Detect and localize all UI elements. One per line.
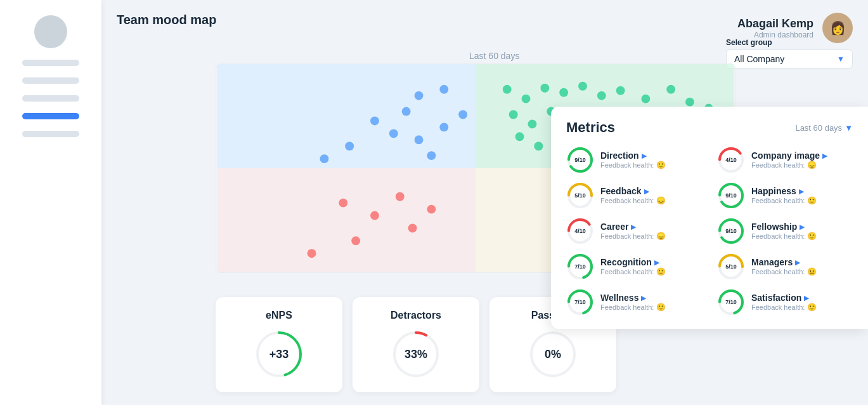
svg-point-14 xyxy=(427,151,436,160)
svg-point-6 xyxy=(402,107,411,116)
feedback-smiley: 😞 xyxy=(807,161,817,169)
svg-point-36 xyxy=(534,142,543,150)
metric-name-company image: Company image ▶ xyxy=(751,150,827,161)
metric-item-managers[interactable]: 5/10 Managers ▶ Feedback health: 😐 xyxy=(717,253,853,281)
metric-info-recognition: Recognition ▶ Feedback health: 🙂 xyxy=(600,257,666,276)
arrow-icon: ▶ xyxy=(631,223,636,230)
stat-detractors-value: 33% xyxy=(405,348,427,361)
chevron-down-icon: ▼ xyxy=(837,55,845,63)
metric-gauge-wellness: 7/10 xyxy=(566,288,594,316)
metric-gauge-feedback: 5/10 xyxy=(566,182,594,209)
metric-score-career: 4/10 xyxy=(574,228,586,234)
svg-point-7 xyxy=(370,116,379,125)
arrow-icon: ▶ xyxy=(641,295,646,302)
feedback-smiley: 🙂 xyxy=(656,161,666,169)
svg-point-43 xyxy=(308,249,316,258)
metric-name-direction: Direction ▶ xyxy=(600,150,666,161)
stat-enps-chart: +33 xyxy=(254,329,304,380)
metric-score-wellness: 7/10 xyxy=(574,299,586,305)
group-select-dropdown[interactable]: All Company ▼ xyxy=(726,50,853,69)
svg-point-21 xyxy=(616,86,625,95)
stat-detractors-chart: 33% xyxy=(391,329,441,380)
metric-feedback-career: Feedback health: 😞 xyxy=(600,232,666,241)
svg-point-4 xyxy=(415,91,424,100)
metric-item-recognition[interactable]: 7/10 Recognition ▶ Feedback health: 🙂 xyxy=(566,253,702,281)
metrics-date: Last 60 days ▼ xyxy=(795,123,853,133)
arrow-icon: ▶ xyxy=(795,259,800,266)
user-name: Abagail Kemp xyxy=(737,17,813,30)
metric-item-wellness[interactable]: 7/10 Wellness ▶ Feedback health: 🙂 xyxy=(566,288,702,316)
svg-point-45 xyxy=(408,223,417,232)
metric-item-satisfaction[interactable]: 7/10 Satisfaction ▶ Feedback health: 🙂 xyxy=(717,288,853,316)
svg-point-15 xyxy=(503,85,512,94)
metric-name-managers: Managers ▶ xyxy=(751,257,817,267)
sidebar-item-1[interactable] xyxy=(22,60,79,66)
arrow-icon: ▶ xyxy=(822,152,827,159)
feedback-smiley: 😞 xyxy=(656,196,666,205)
svg-point-46 xyxy=(427,205,436,214)
svg-point-16 xyxy=(522,95,531,103)
metric-item-feedback[interactable]: 5/10 Feedback ▶ Feedback health: 😞 xyxy=(566,182,702,209)
metric-name-recognition: Recognition ▶ xyxy=(600,257,666,267)
svg-point-25 xyxy=(509,110,518,119)
metric-gauge-career: 4/10 xyxy=(566,217,594,245)
arrow-icon: ▶ xyxy=(644,188,649,195)
metric-feedback-recognition: Feedback health: 🙂 xyxy=(600,267,666,276)
stat-passives-chart: 0% xyxy=(528,329,578,380)
metrics-grid: 9/10 Direction ▶ Feedback health: 🙂 4/10… xyxy=(566,146,853,316)
metric-score-direction: 9/10 xyxy=(574,157,586,163)
feedback-smiley: 😐 xyxy=(807,267,817,276)
feedback-smiley: 🙂 xyxy=(656,303,666,312)
metric-item-fellowship[interactable]: 9/10 Fellowship ▶ Feedback health: 🙂 xyxy=(717,217,853,245)
arrow-icon: ▶ xyxy=(642,152,647,159)
sidebar-item-3[interactable] xyxy=(22,95,79,102)
sidebar-item-5[interactable] xyxy=(22,131,79,137)
stat-passives-value: 0% xyxy=(545,348,561,361)
metric-gauge-managers: 5/10 xyxy=(717,253,745,281)
stat-enps-title: eNPS xyxy=(266,310,292,321)
group-select-wrapper: Select group All Company ▼ xyxy=(726,38,853,69)
sidebar-item-2[interactable] xyxy=(22,77,79,84)
page-title: Team mood map xyxy=(117,13,216,27)
svg-point-18 xyxy=(559,88,568,97)
metric-item-career[interactable]: 4/10 Career ▶ Feedback health: 😞 xyxy=(566,217,702,245)
svg-point-41 xyxy=(370,211,379,220)
svg-point-17 xyxy=(540,84,549,93)
arrow-icon: ▶ xyxy=(804,295,809,302)
metric-info-managers: Managers ▶ Feedback health: 😐 xyxy=(751,257,817,276)
feedback-smiley: 🙂 xyxy=(807,232,817,241)
user-info: Abagail Kemp Admin dashboard xyxy=(737,17,813,39)
metric-item-direction[interactable]: 9/10 Direction ▶ Feedback health: 🙂 xyxy=(566,146,702,174)
group-select-label: Select group xyxy=(726,38,853,47)
metric-info-feedback: Feedback ▶ Feedback health: 😞 xyxy=(600,186,666,205)
svg-point-11 xyxy=(439,123,448,131)
metric-item-happiness[interactable]: 9/10 Happiness ▶ Feedback health: 🙂 xyxy=(717,182,853,209)
svg-point-35 xyxy=(515,132,524,141)
svg-point-44 xyxy=(351,236,360,245)
svg-point-23 xyxy=(666,85,675,94)
arrow-icon: ▶ xyxy=(799,188,804,195)
feedback-smiley: 🙂 xyxy=(656,267,666,276)
metrics-panel: Metrics Last 60 days ▼ 9/10 Direction ▶ … xyxy=(551,107,868,329)
metric-score-feedback: 5/10 xyxy=(574,192,586,199)
metric-feedback-feedback: Feedback health: 😞 xyxy=(600,196,666,205)
sidebar-avatar xyxy=(34,15,67,48)
metric-score-satisfaction: 7/10 xyxy=(725,299,737,305)
metric-item-company-image[interactable]: 4/10 Company image ▶ Feedback health: 😞 xyxy=(717,146,853,174)
metric-name-satisfaction: Satisfaction ▶ xyxy=(751,293,817,303)
metric-feedback-fellowship: Feedback health: 🙂 xyxy=(751,232,817,241)
metric-feedback-happiness: Feedback health: 🙂 xyxy=(751,196,817,205)
svg-point-12 xyxy=(458,110,467,119)
arrow-icon: ▶ xyxy=(654,259,659,266)
main-content: Team mood map Abagail Kemp Admin dashboa… xyxy=(101,0,868,405)
stat-card-enps: eNPS +33 xyxy=(216,297,342,392)
group-select-value: All Company xyxy=(734,54,784,64)
metric-feedback-managers: Feedback health: 😐 xyxy=(751,267,817,276)
stat-enps-value: +33 xyxy=(269,348,289,361)
sidebar-item-4[interactable] xyxy=(22,113,79,119)
chevron-down-icon-metrics[interactable]: ▼ xyxy=(845,123,853,133)
svg-point-24 xyxy=(685,98,694,107)
metric-info-fellowship: Fellowship ▶ Feedback health: 🙂 xyxy=(751,222,817,241)
metric-gauge-recognition: 7/10 xyxy=(566,253,594,281)
metric-gauge-happiness: 9/10 xyxy=(717,182,745,209)
